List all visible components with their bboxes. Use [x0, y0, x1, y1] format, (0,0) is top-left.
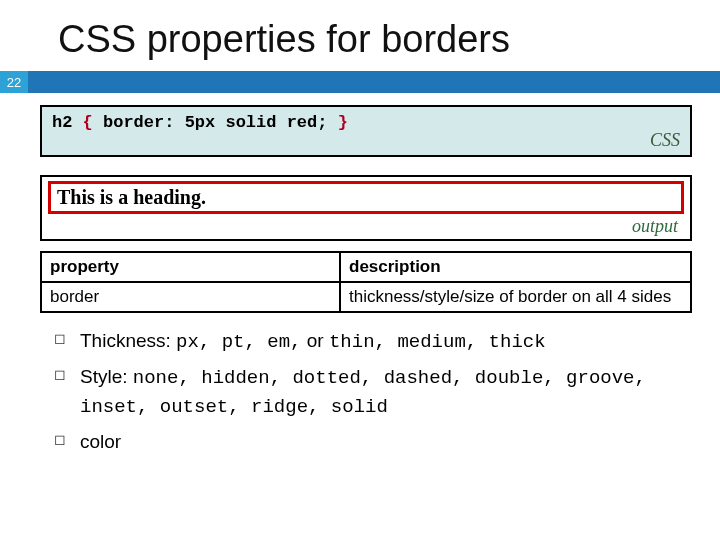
bullet-label: Thickness:	[80, 330, 176, 351]
bullet-mono: none, hidden, dotted, dashed, double, gr…	[80, 367, 646, 419]
code-declaration: border: 5px solid red;	[103, 113, 327, 132]
bullet-list: Thickness: px, pt, em, or thin, medium, …	[40, 327, 692, 455]
output-label: output	[48, 216, 684, 237]
table-header-description: description	[340, 252, 691, 282]
header-bar-fill	[28, 71, 720, 93]
bullet-mono: thin, medium, thick	[329, 331, 546, 353]
output-box: This is a heading. output	[40, 175, 692, 241]
code-box: h2 { border: 5px solid red; } CSS	[40, 105, 692, 157]
bullet-label: color	[80, 431, 121, 452]
bullet-label: Style:	[80, 366, 133, 387]
code-brace-open: {	[83, 113, 93, 132]
table-cell-description: thickness/style/size of border on all 4 …	[340, 282, 691, 312]
output-heading: This is a heading.	[48, 181, 684, 214]
bullet-text: or	[302, 330, 329, 351]
table-header-row: property description	[41, 252, 691, 282]
header-bar: 22	[0, 71, 720, 93]
content-area: h2 { border: 5px solid red; } CSS This i…	[0, 93, 720, 455]
property-table: property description border thickness/st…	[40, 251, 692, 313]
table-row: border thickness/style/size of border on…	[41, 282, 691, 312]
code-brace-close: }	[338, 113, 348, 132]
list-item: color	[54, 428, 692, 456]
page-number: 22	[0, 71, 28, 93]
code-label: CSS	[52, 130, 680, 151]
table-header-property: property	[41, 252, 340, 282]
code-selector: h2	[52, 113, 72, 132]
slide-title: CSS properties for borders	[0, 0, 720, 71]
list-item: Style: none, hidden, dotted, dashed, dou…	[54, 363, 692, 422]
bullet-mono: px, pt, em,	[176, 331, 301, 353]
list-item: Thickness: px, pt, em, or thin, medium, …	[54, 327, 692, 357]
table-cell-property: border	[41, 282, 340, 312]
